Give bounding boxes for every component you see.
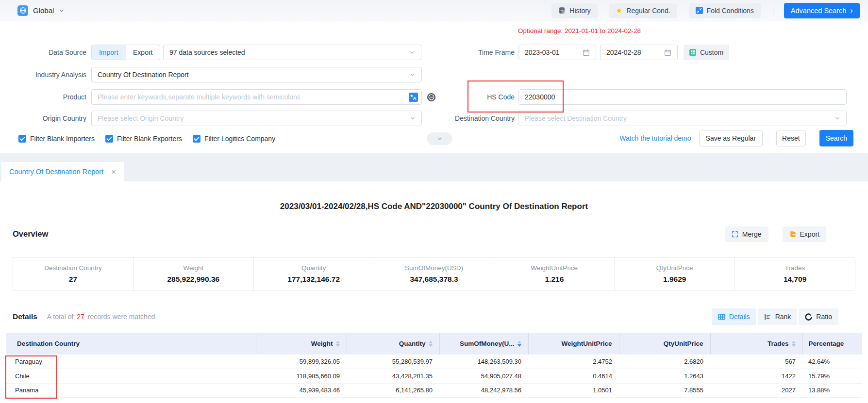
region-selector[interactable]: Global [17, 5, 65, 16]
history-button[interactable]: History [551, 3, 598, 18]
table-icon [718, 313, 725, 321]
chevron-down-icon [437, 136, 443, 142]
product-label: Product [14, 89, 86, 105]
column-header-inner: WeightUnitPrice [535, 340, 612, 347]
time-frame-label: Time Frame [442, 45, 515, 60]
destination-country-select[interactable]: Please select Destination Country [518, 111, 847, 126]
stat-item: Weight285,922,990.36 [133, 258, 253, 290]
view-details-button[interactable]: Details [712, 308, 756, 325]
data-source-toggle: Import Export [91, 45, 160, 60]
stat-value: 27 [69, 275, 77, 284]
tab-country-of-destination-report[interactable]: Country Of Destination Report × [1, 162, 124, 181]
checkbox-filter-blank-exporters[interactable]: Filter Blank Exporters [105, 135, 182, 143]
table-cell: 7.8555 [619, 383, 710, 398]
stat-label: WeightUnitPrice [531, 264, 578, 272]
sort-icon[interactable] [517, 341, 521, 347]
column-label: WeightUnitPrice [561, 340, 612, 347]
table-cell: 55,280,539.97 [347, 355, 439, 369]
view-rank-label: Rank [775, 313, 791, 321]
end-date-value: 2024-02-28 [606, 48, 641, 56]
industry-analysis-select[interactable]: Country Of Destination Report [91, 67, 422, 82]
data-sources-value: 97 data sources selected [169, 48, 245, 56]
column-label: Percentage [809, 340, 844, 347]
tutorial-link[interactable]: Watch the tutorial demo [619, 134, 691, 142]
chevron-down-icon [409, 49, 415, 55]
data-source-label: Data Source [14, 45, 86, 60]
table-row[interactable]: Chile118,985,660.0943,428,201.3554,905,0… [6, 369, 862, 384]
stat-label: Weight [183, 264, 203, 272]
column-header-weightunitprice: WeightUnitPrice [528, 333, 619, 355]
merge-button[interactable]: Merge [725, 226, 768, 242]
stat-label: Quantity [301, 264, 326, 272]
match-text: A total of27records were matched [47, 313, 155, 321]
reset-button[interactable]: Reset [776, 130, 806, 146]
table-cell: 54,905,027.48 [439, 369, 528, 384]
product-input[interactable] [91, 89, 422, 105]
save-as-regular-button[interactable]: Save as Regular [699, 130, 763, 146]
regular-cond-button[interactable]: ★ Regular Cond. [609, 3, 677, 18]
destination-country-label: Destination Country [442, 111, 515, 126]
column-header-weight[interactable]: Weight [256, 333, 347, 355]
checkbox-checked-icon [18, 135, 26, 143]
view-rank-button[interactable]: Rank [758, 308, 798, 325]
svg-text:A: A [413, 96, 417, 101]
column-header-qtyunitprice: QtyUnitPrice [619, 333, 710, 355]
export-button[interactable]: Export [783, 226, 826, 242]
custom-range-button[interactable]: Custom [684, 45, 729, 60]
overview-row: Overview Merge Export [13, 226, 855, 242]
translate-icon[interactable]: A [409, 93, 418, 102]
globe-icon [17, 5, 28, 16]
checkbox-filter-logitics-company[interactable]: Filter Logitics Company [193, 135, 275, 143]
sort-icon[interactable] [336, 341, 340, 347]
calendar-icon [583, 49, 590, 56]
checkbox-label: Filter Blank Importers [30, 135, 95, 143]
regular-cond-label: Regular Cond. [626, 7, 670, 15]
start-date-input[interactable]: 2023-03-01 [518, 45, 596, 60]
advanced-search-button[interactable]: Advanced Search › [784, 3, 860, 18]
origin-country-select[interactable]: Please select Origin Country [91, 111, 422, 126]
stat-label: QtyUnitPrice [656, 264, 693, 272]
hs-code-label: HS Code [442, 89, 515, 105]
column-header-quantity[interactable]: Quantity [347, 333, 439, 355]
fold-conditions-label: Fold Conditions [707, 7, 754, 15]
data-sources-select[interactable]: 97 data sources selected [163, 45, 421, 60]
import-toggle[interactable]: Import [92, 45, 126, 60]
column-header-inner: SumOfMoney(U... [447, 340, 521, 347]
hs-code-input[interactable] [518, 89, 847, 105]
export-toggle[interactable]: Export [126, 45, 160, 60]
expand-conditions-button[interactable] [427, 132, 452, 145]
table-cell: 2.4752 [528, 355, 619, 369]
checkbox-checked-icon [193, 135, 200, 143]
topbar: Global History ★ Regular Cond. Fold Cond… [0, 0, 868, 21]
custom-label: Custom [700, 48, 723, 56]
table-cell: Panama [6, 383, 256, 398]
view-switch: Details Rank Ratio [712, 308, 838, 325]
view-ratio-button[interactable]: Ratio [799, 308, 838, 325]
table-cell: 2.6820 [619, 355, 710, 369]
column-label: Weight [311, 340, 333, 347]
close-icon[interactable]: × [111, 168, 116, 176]
table-cell: Paraguay [6, 355, 256, 369]
end-date-input[interactable]: 2024-02-28 [600, 45, 678, 60]
table-row[interactable]: Panama45,939,483.466,141,265.8048,242,97… [6, 383, 862, 398]
table-row[interactable]: Paraguay59,899,326.0555,280,539.97148,26… [6, 355, 862, 369]
chevron-right-icon: › [850, 6, 853, 15]
minus-circle-icon[interactable] [427, 93, 436, 102]
column-header-sumofmoney-u[interactable]: SumOfMoney(U... [439, 333, 528, 355]
destination-country-placeholder: Please select Destination Country [525, 114, 627, 122]
pie-chart-icon [805, 313, 812, 321]
stat-label: Trades [785, 264, 805, 272]
sort-icon[interactable] [429, 341, 433, 347]
column-header-trades[interactable]: Trades [710, 333, 802, 355]
search-button[interactable]: Search [819, 130, 853, 146]
column-header-inner: QtyUnitPrice [626, 340, 703, 347]
fold-conditions-button[interactable]: Fold Conditions [689, 3, 761, 18]
table-header-row: Destination CountryWeightQuantitySumOfMo… [6, 333, 862, 355]
checkbox-filter-blank-importers[interactable]: Filter Blank Importers [18, 135, 95, 143]
table-cell: 1422 [710, 369, 802, 384]
tab-strip: Country Of Destination Report × [0, 153, 868, 181]
report-content: 2023/03/01-2024/02/28,HS Code AND"220300… [0, 181, 868, 403]
stat-item: QtyUnitPrice1.9629 [614, 258, 734, 290]
sort-icon[interactable] [792, 341, 796, 347]
match-count: 27 [77, 313, 84, 321]
